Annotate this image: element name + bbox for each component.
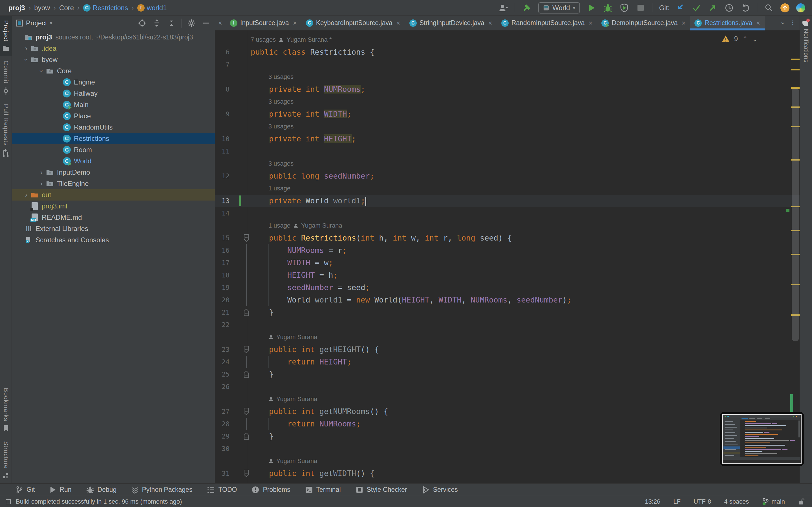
tree-item-world[interactable]: CWorld (12, 156, 215, 167)
fold-marker-icon[interactable] (243, 408, 250, 415)
search-everywhere-icon[interactable] (764, 3, 774, 13)
hidden-tabs-chevron-icon[interactable]: › (779, 22, 787, 24)
tool-window-button-run[interactable]: Run (49, 486, 71, 494)
tree-item-hallway[interactable]: CHallway (12, 88, 215, 99)
status-message-wrap[interactable]: Build completed successfully in 1 sec, 9… (0, 498, 182, 505)
user-account-icon[interactable] (499, 3, 508, 13)
tab-keyboardinputsource.java[interactable]: CKeyboardInputSource.java× (301, 16, 405, 30)
inspections-widget[interactable]: 9 ⌃ ⌃ (722, 35, 757, 43)
git-update-icon[interactable] (675, 3, 685, 13)
sidebar-item-pull-requests[interactable]: Pull Requests (0, 100, 11, 162)
inlay-hint-text[interactable]: Yugam Surana (276, 395, 317, 403)
close-icon[interactable]: × (488, 19, 492, 27)
breadcrumb[interactable]: proj3›byow›Core›CRestrictions›fworld1 (0, 3, 167, 12)
code-line-16[interactable]: 16 NUMRooms = r; (215, 244, 800, 257)
breadcrumb-item[interactable]: fworld1 (137, 4, 167, 12)
inlay-hint-text[interactable]: Yugam Surana (301, 222, 342, 229)
file-encoding[interactable]: UTF-8 (694, 498, 711, 505)
line-ending[interactable]: LF (673, 498, 680, 505)
code-line-15[interactable]: 15 public Restrictions(int h, int w, int… (215, 232, 800, 244)
fold-marker-icon[interactable] (243, 371, 250, 378)
vcs-stripe-mark[interactable] (786, 209, 790, 212)
code-line-24[interactable]: 24 return HEIGHT; (215, 356, 800, 368)
code-line-6[interactable]: 6public class Restrictions { (215, 46, 800, 58)
git-branch-widget[interactable]: main (762, 498, 785, 506)
hide-panel-icon[interactable] (201, 18, 211, 28)
code-line-30[interactable]: 30 (215, 443, 800, 455)
chevron-down-icon[interactable]: ▾ (50, 20, 52, 26)
fold-marker-icon[interactable] (243, 470, 250, 477)
build-hammer-icon[interactable] (522, 3, 531, 13)
code-line-22[interactable]: 22 (215, 319, 800, 331)
tree-item-restrictions[interactable]: CRestrictions (12, 133, 215, 144)
code-line-25[interactable]: 25 } (215, 368, 800, 381)
expand-chevron-icon[interactable]: › (37, 168, 46, 176)
code-line-12[interactable]: 12 public long seedNumber; (215, 170, 800, 182)
tree-item-core[interactable]: ›Core (12, 65, 215, 76)
tab-restrictions.java[interactable]: CRestrictions.java× (690, 16, 765, 30)
fold-marker-icon[interactable] (243, 309, 250, 316)
code-line-26[interactable]: 26 (215, 381, 800, 393)
warning-stripe-mark[interactable] (791, 69, 800, 70)
breadcrumb-item[interactable]: CRestrictions (83, 4, 128, 12)
code-line-17[interactable]: 17 WIDTH = w; (215, 257, 800, 269)
expand-all-icon[interactable] (152, 18, 161, 28)
code-line-14[interactable]: 14 (215, 207, 800, 219)
code-line-23[interactable]: 23 public int getHEIGHT() { (215, 343, 800, 356)
code-line-29[interactable]: 29 } (215, 430, 800, 443)
tree-item-readme-md[interactable]: MDREADME.md (12, 212, 215, 223)
tool-window-button-python-packages[interactable]: Python Packages (131, 486, 192, 494)
close-icon[interactable]: × (293, 19, 297, 27)
inlay-hint-text[interactable]: 1 usage (268, 185, 290, 192)
close-icon[interactable]: × (215, 16, 225, 30)
rollback-icon[interactable] (741, 3, 750, 13)
code-line-18[interactable]: 18 HEIGHT = h; (215, 269, 800, 281)
git-commit-check-icon[interactable] (692, 3, 701, 13)
tool-window-button-todo[interactable]: TODO (207, 486, 237, 494)
tool-window-button-debug[interactable]: Debug (86, 486, 117, 494)
notifications-icon[interactable] (802, 18, 810, 26)
inlay-hint-text[interactable]: Yugam Surana * (287, 36, 332, 43)
sidebar-item-structure[interactable]: Structure (0, 437, 11, 483)
tree-item-external-libraries[interactable]: External Libraries (12, 223, 215, 234)
inlay-hint-text[interactable]: 3 usages (268, 98, 294, 105)
update-available-icon[interactable] (780, 3, 790, 12)
stop-button[interactable] (636, 3, 645, 13)
tree-item-inputdemo[interactable]: ›InputDemo (12, 167, 215, 178)
breadcrumb-item[interactable]: proj3 (8, 4, 25, 12)
inlay-hint-text[interactable]: 3 usages (268, 123, 294, 130)
code-line-11[interactable]: 11 (215, 145, 800, 158)
code-line-9[interactable]: 9 private int WIDTH; (215, 108, 800, 120)
editor-content[interactable]: 7 usagesYugam Surana *6public class Rest… (215, 31, 800, 483)
tree-item-place[interactable]: CPlace (12, 110, 215, 122)
expand-chevron-icon[interactable]: › (22, 191, 31, 199)
inlay-hint-text[interactable]: 7 usages (251, 36, 276, 43)
code-line-21[interactable]: 21 } (215, 306, 800, 319)
warning-stripe-mark[interactable] (791, 59, 800, 60)
tree-item-main[interactable]: CMain (12, 99, 215, 110)
inlay-hint-text[interactable]: Yugam Surana (276, 457, 317, 465)
unlocked-icon[interactable] (798, 498, 805, 505)
tool-window-button-problems[interactable]: Problems (252, 486, 290, 494)
breadcrumb-item[interactable]: Core (59, 4, 74, 12)
debug-button[interactable] (603, 3, 613, 13)
sidebar-item-commit[interactable]: Commit (0, 56, 11, 100)
tab-randominputsource.java[interactable]: CRandomInputSource.java× (497, 16, 597, 30)
picture-in-picture-window[interactable] (720, 412, 804, 466)
next-warning-icon[interactable]: ⌃ (752, 35, 757, 43)
fold-marker-icon[interactable] (243, 234, 250, 242)
run-button[interactable] (587, 3, 596, 13)
expand-chevron-icon[interactable]: › (37, 180, 46, 187)
vcs-stripe-bar[interactable] (790, 394, 793, 412)
code-line-28[interactable]: 28 return NUMRooms; (215, 418, 800, 430)
code-line-13[interactable]: 13 private World world1; (215, 194, 800, 207)
close-icon[interactable]: × (756, 19, 760, 27)
close-icon[interactable]: × (681, 19, 686, 27)
tree-root-proj3[interactable]: proj3sources root, ~/Desktop/cs61bl/su22… (12, 32, 215, 43)
tree-item-byow[interactable]: ›byow (12, 54, 215, 65)
expand-chevron-icon[interactable]: › (38, 67, 45, 75)
fold-marker-icon[interactable] (243, 433, 250, 440)
close-icon[interactable]: × (396, 19, 400, 27)
tool-window-button-terminal[interactable]: Terminal (305, 486, 341, 494)
close-icon[interactable]: × (589, 19, 592, 27)
